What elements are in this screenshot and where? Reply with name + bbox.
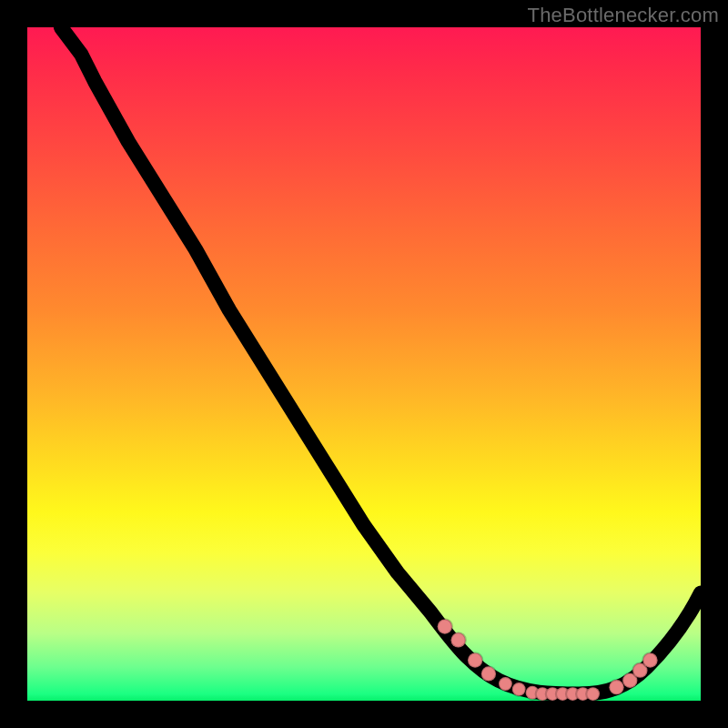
bottleneck-curve — [61, 27, 701, 694]
chart-frame: TheBottlenecker.com — [0, 0, 728, 728]
marker-dot — [438, 619, 452, 633]
marker-dot — [481, 666, 496, 681]
marker-dot — [450, 632, 465, 647]
attribution-text: TheBottlenecker.com — [528, 4, 719, 27]
marker-group — [438, 619, 658, 701]
marker-dot — [609, 680, 623, 694]
marker-dot — [586, 687, 600, 701]
marker-dot — [642, 652, 657, 667]
marker-dot — [512, 682, 526, 696]
marker-dot — [468, 652, 482, 667]
chart-svg — [27, 27, 701, 701]
plot-area — [27, 27, 701, 701]
marker-dot — [499, 677, 512, 691]
